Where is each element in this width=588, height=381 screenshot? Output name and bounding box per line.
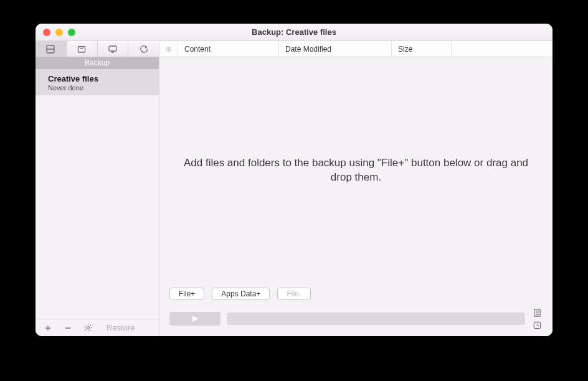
aux-icons <box>531 308 543 330</box>
sidebar: Backup Creative files Never done Restore <box>36 41 159 336</box>
view-monitor-tab[interactable] <box>98 41 129 57</box>
apps-data-add-button[interactable]: Apps Data+ <box>212 288 270 300</box>
main-panel: Content Date Modified Size Add files and… <box>159 41 552 336</box>
sidebar-section-header: Backup <box>36 57 159 69</box>
sidebar-spacer <box>36 96 159 319</box>
titlebar[interactable]: Backup: Creative files <box>36 24 552 41</box>
svg-point-10 <box>87 326 89 329</box>
content-area[interactable]: Add files and folders to the backup usin… <box>159 57 552 284</box>
column-date-modified[interactable]: Date Modified <box>279 41 392 57</box>
restore-button[interactable]: Restore <box>107 323 135 332</box>
svg-point-12 <box>168 48 169 50</box>
file-add-button[interactable]: File+ <box>169 288 204 300</box>
view-backups-tab[interactable] <box>36 41 67 57</box>
column-spacer <box>452 41 552 57</box>
backup-item-name: Creative files <box>48 74 151 83</box>
window-body: Backup Creative files Never done Restore <box>36 41 552 336</box>
column-size[interactable]: Size <box>392 41 452 57</box>
progress-row <box>159 304 552 336</box>
minimize-icon[interactable] <box>55 29 63 36</box>
view-archive-tab[interactable] <box>67 41 98 57</box>
settings-button[interactable] <box>83 323 93 332</box>
close-icon[interactable] <box>43 29 50 36</box>
column-indicator[interactable] <box>159 41 178 57</box>
svg-marker-13 <box>192 316 198 322</box>
traffic-lights <box>36 29 75 36</box>
window-title: Backup: Creative files <box>36 27 552 37</box>
sidebar-footer: Restore <box>36 319 159 336</box>
remove-backup-button[interactable] <box>63 324 73 332</box>
file-remove-button: File- <box>277 288 310 300</box>
schedule-icon[interactable] <box>531 320 543 330</box>
svg-rect-2 <box>78 47 85 52</box>
add-backup-button[interactable] <box>43 324 53 332</box>
svg-line-20 <box>537 325 538 326</box>
svg-rect-5 <box>109 46 116 51</box>
fullscreen-icon[interactable] <box>68 29 75 36</box>
column-content[interactable]: Content <box>178 41 279 57</box>
sidebar-toolbar <box>36 41 159 57</box>
column-headers: Content Date Modified Size <box>159 41 552 57</box>
view-sync-tab[interactable] <box>128 41 159 57</box>
empty-state-message: Add files and folders to the backup usin… <box>178 156 534 185</box>
action-button-row: File+ Apps Data+ File- <box>159 284 552 304</box>
log-icon[interactable] <box>531 308 543 318</box>
progress-bar <box>227 313 525 325</box>
app-window: Backup: Creative files Backup Creative <box>36 24 552 336</box>
backup-item-status: Never done <box>48 84 151 92</box>
backup-list-item[interactable]: Creative files Never done <box>36 69 159 96</box>
run-backup-button[interactable] <box>169 312 220 326</box>
